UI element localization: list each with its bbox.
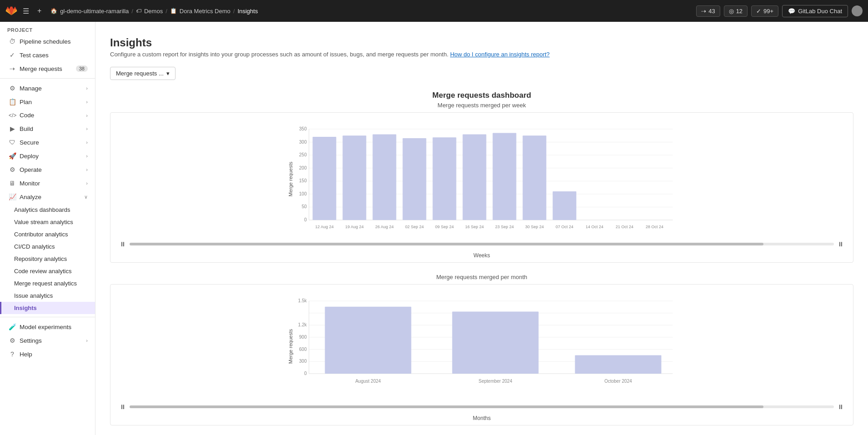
chart-monthly-scroll-right-button[interactable]: ⏸ xyxy=(836,402,846,411)
svg-text:200: 200 xyxy=(299,165,307,170)
sidebar-item-manage[interactable]: ⚙ Manage › xyxy=(0,81,95,95)
sidebar-sub-item-issue-analytics[interactable]: Issue analytics xyxy=(0,290,95,302)
merge-requests-badge: 38 xyxy=(76,65,88,72)
sidebar-project-label: Project xyxy=(0,22,95,35)
topbar-breadcrumb-namespace[interactable]: gl-demo-ultimate-ramarilla xyxy=(60,8,129,15)
chart-weekly-scrollbar[interactable] xyxy=(130,243,834,245)
todo-button[interactable]: ✓ 99+ xyxy=(751,5,778,17)
sidebar-item-test-cases[interactable]: ✓ Test cases xyxy=(0,48,95,62)
sidebar-sub-item-value-stream-analytics[interactable]: Value stream analytics xyxy=(0,216,95,228)
svg-text:250: 250 xyxy=(299,152,307,157)
sidebar-item-help[interactable]: ? Help xyxy=(0,347,95,361)
pipeline-schedules-icon: ⏱ xyxy=(9,38,16,45)
chevron-right-icon: › xyxy=(86,167,88,172)
sidebar-item-secure[interactable]: 🛡 Secure › xyxy=(0,135,95,149)
sidebar-item-plan[interactable]: 📋 Plan › xyxy=(0,95,95,109)
sidebar-item-monitor[interactable]: 🖥 Monitor › xyxy=(0,176,95,190)
svg-text:09 Sep 24: 09 Sep 24 xyxy=(435,225,454,229)
chart-weekly-title: Merge requests dashboard xyxy=(110,91,853,100)
issues-icon: ◎ xyxy=(729,8,734,15)
chart-monthly-scroll-area: ⏸ ⏸ xyxy=(114,402,849,411)
svg-text:350: 350 xyxy=(299,126,307,131)
chart-monthly-subtitle: Merge requests merged per month xyxy=(110,274,853,280)
bar-aug2024 xyxy=(325,307,411,374)
bar-12aug xyxy=(313,137,336,220)
sidebar-sub-item-analytics-dashboards[interactable]: Analytics dashboards xyxy=(0,204,95,216)
bar-oct2024 xyxy=(575,355,662,374)
sidebar-divider-2 xyxy=(0,317,95,317)
chart-monthly-scroll-thumb xyxy=(130,405,763,408)
svg-text:August 2024: August 2024 xyxy=(355,379,381,384)
insights-help-link[interactable]: How do I configure an insights report? xyxy=(450,51,550,58)
mr-button[interactable]: ⇢ 43 xyxy=(696,5,720,17)
sidebar-sub-item-label: Merge request analytics xyxy=(14,280,77,287)
svg-text:07 Oct 24: 07 Oct 24 xyxy=(556,225,573,229)
merge-requests-dropdown-button[interactable]: Merge requests ... ▾ xyxy=(110,67,176,80)
sidebar-sub-item-insights[interactable]: Insights xyxy=(0,302,95,314)
duo-chat-button[interactable]: 💬 GitLab Duo Chat xyxy=(782,5,848,17)
sidebar-item-label: Secure xyxy=(20,139,39,146)
sidebar-sub-item-contributor-analytics[interactable]: Contributor analytics xyxy=(0,228,95,240)
sidebar-sub-item-label: Code review analytics xyxy=(14,268,71,275)
sidebar-item-settings[interactable]: ⚙ Settings › xyxy=(0,334,95,347)
sidebar-sub-item-label: Repository analytics xyxy=(14,255,67,262)
sidebar-item-model-experiments[interactable]: 🧪 Model experiments xyxy=(0,320,95,334)
chevron-right-icon: › xyxy=(86,126,88,131)
sidebar-sub-item-cicd-analytics[interactable]: CI/CD analytics xyxy=(0,240,95,253)
chart-monthly-scroll-left-button[interactable]: ⏸ xyxy=(118,402,128,411)
svg-text:100: 100 xyxy=(299,191,307,196)
sidebar-item-pipeline-schedules[interactable]: ⏱ Pipeline schedules xyxy=(0,35,95,48)
svg-text:0: 0 xyxy=(304,371,307,376)
bar-26aug xyxy=(373,134,396,220)
sidebar-sub-item-label: Analytics dashboards xyxy=(14,206,70,213)
mr-icon: ⇢ xyxy=(701,8,706,15)
topbar-breadcrumb-group[interactable]: Demos xyxy=(144,8,163,15)
sidebar-sub-item-repository-analytics[interactable]: Repository analytics xyxy=(0,253,95,265)
help-icon: ? xyxy=(9,350,16,358)
sidebar-item-label: Code xyxy=(20,112,34,119)
sidebar-item-label: Settings xyxy=(20,337,42,344)
sidebar-sub-item-label: Contributor analytics xyxy=(14,231,68,238)
bar-02sep xyxy=(403,138,426,220)
chart-monthly-svg: Merge requests 0 300 600 900 xyxy=(114,292,849,401)
sidebar-sub-item-merge-request-analytics[interactable]: Merge request analytics xyxy=(0,277,95,290)
sidebar-sub-item-code-review-analytics[interactable]: Code review analytics xyxy=(0,265,95,277)
sidebar-item-label: Manage xyxy=(20,85,42,92)
issues-button[interactable]: ◎ 12 xyxy=(724,5,748,17)
sidebar-toggle-button[interactable]: ☰ xyxy=(20,5,32,17)
topbar-breadcrumb-project[interactable]: Dora Metrics Demo xyxy=(180,8,231,15)
sidebar-item-operate[interactable]: ⚙ Operate › xyxy=(0,163,95,176)
gitlab-logo-icon[interactable] xyxy=(5,5,17,17)
sidebar-item-merge-requests[interactable]: ⇢ Merge requests 38 xyxy=(0,62,95,75)
sidebar-sub-item-label: CI/CD analytics xyxy=(14,243,55,250)
svg-text:1.5k: 1.5k xyxy=(298,298,307,303)
chart-weekly-scroll-thumb xyxy=(130,243,763,245)
sidebar-item-label: Operate xyxy=(20,166,42,173)
chart-weekly-subtitle: Merge requests merged per week xyxy=(110,102,853,109)
chevron-down-icon: ∨ xyxy=(84,194,88,200)
duo-chat-icon: 💬 xyxy=(788,8,795,15)
svg-text:28 Oct 24: 28 Oct 24 xyxy=(646,225,663,229)
chart-weekly-scroll-left-button[interactable]: ⏸ xyxy=(118,240,128,249)
sidebar-item-build[interactable]: ▶ Build › xyxy=(0,122,95,135)
sidebar-item-label: Deploy xyxy=(20,153,39,160)
sidebar-item-code[interactable]: </> Code › xyxy=(0,109,95,122)
new-item-button[interactable]: + xyxy=(35,5,44,17)
topbar-right: ⇢ 43 ◎ 12 ✓ 99+ 💬 GitLab Duo Chat xyxy=(696,5,863,17)
user-avatar[interactable] xyxy=(852,5,863,16)
sidebar-sub-item-label: Issue analytics xyxy=(14,292,53,299)
chart-monthly-scrollbar[interactable] xyxy=(130,405,834,408)
chart-weekly-scroll-right-button[interactable]: ⏸ xyxy=(836,240,846,249)
sidebar-item-analyze[interactable]: 📈 Analyze ∨ xyxy=(0,190,95,204)
analyze-icon: 📈 xyxy=(9,193,16,200)
sidebar-item-label: Help xyxy=(20,351,32,358)
settings-icon: ⚙ xyxy=(9,337,16,344)
svg-text:02 Sep 24: 02 Sep 24 xyxy=(405,225,424,229)
sidebar: Project ⏱ Pipeline schedules ✓ Test case… xyxy=(0,22,95,435)
svg-text:Merge requests: Merge requests xyxy=(288,161,293,196)
layout: Project ⏱ Pipeline schedules ✓ Test case… xyxy=(0,22,868,435)
merge-requests-icon: ⇢ xyxy=(9,65,16,72)
sidebar-item-deploy[interactable]: 🚀 Deploy › xyxy=(0,149,95,163)
chevron-right-icon: › xyxy=(86,99,88,105)
model-experiments-icon: 🧪 xyxy=(9,323,16,330)
